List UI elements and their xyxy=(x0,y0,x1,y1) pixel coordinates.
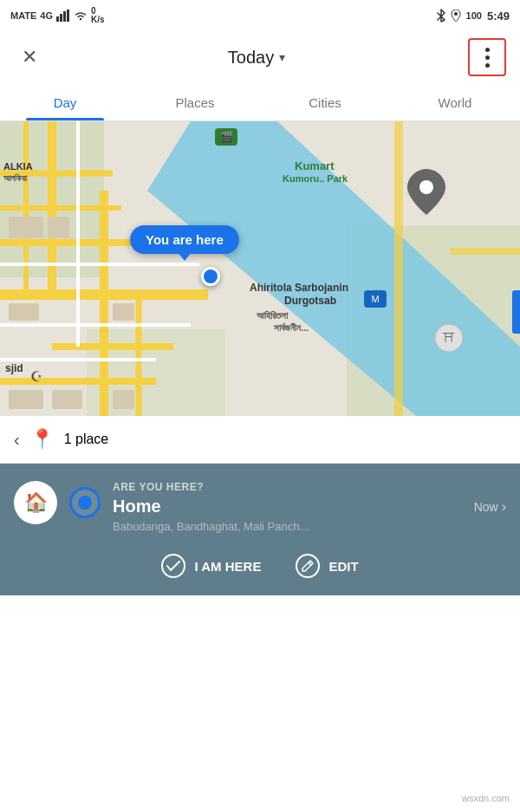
edit-label: EDIT xyxy=(328,559,358,574)
tab-places-label: Places xyxy=(175,95,214,110)
home-title: Home xyxy=(113,497,161,516)
back-button[interactable]: ‹ xyxy=(14,430,20,450)
i-am-here-label: I AM HERE xyxy=(194,559,261,574)
map-svg: 🎬 M ⛩ ☪ xyxy=(0,121,520,416)
home-icon: 🏠 xyxy=(24,491,48,514)
map-view[interactable]: 🎬 M ⛩ ☪ ALKIA আলকিয়া Kumart Kumoru.. Pa… xyxy=(0,121,520,416)
tab-day[interactable]: Day xyxy=(0,83,130,120)
i-am-here-icon xyxy=(161,554,185,578)
svg-rect-0 xyxy=(56,16,59,22)
title-area[interactable]: Today ▾ xyxy=(228,48,285,68)
map-label-sarbojanin-bn: সার্বজনীন... xyxy=(274,322,309,334)
tab-bar: Day Places Cities World xyxy=(0,83,520,121)
signal-bars-icon xyxy=(56,10,70,22)
svg-text:☪: ☪ xyxy=(30,369,42,384)
location-indicator xyxy=(69,487,101,518)
close-button[interactable]: ✕ xyxy=(14,42,45,73)
top-bar: ✕ Today ▾ xyxy=(0,31,520,83)
status-right: 100 5:49 xyxy=(437,9,510,23)
svg-text:🎬: 🎬 xyxy=(220,130,233,143)
user-location-dot xyxy=(201,267,220,286)
map-label-durgotsab: Durgotsab xyxy=(284,295,336,307)
svg-rect-41 xyxy=(512,290,520,334)
data-speed: 0K/s xyxy=(91,7,105,24)
tab-world-label: World xyxy=(439,95,472,110)
card-actions: I AM HERE EDIT xyxy=(14,554,506,578)
svg-rect-31 xyxy=(52,390,82,409)
time-label: 5:49 xyxy=(487,10,510,23)
edit-button[interactable]: EDIT xyxy=(296,554,358,578)
tab-day-label: Day xyxy=(54,95,77,110)
checkmark-icon xyxy=(166,560,180,572)
pencil-icon xyxy=(302,560,314,572)
svg-line-43 xyxy=(309,562,311,565)
bottom-nav: ‹ 📍 1 place xyxy=(0,416,520,464)
map-label-ahiritola-bn: আহিরিতলা xyxy=(257,310,288,322)
svg-rect-28 xyxy=(9,303,39,321)
close-icon: ✕ xyxy=(22,46,37,68)
home-title-row: Home Now › xyxy=(113,497,506,516)
you-are-here-text: You are here xyxy=(146,232,224,247)
map-label-alkia: ALKIA xyxy=(3,161,33,172)
home-icon-circle: 🏠 xyxy=(14,481,57,524)
signal-4g: 4G xyxy=(40,10,53,21)
bluetooth-icon xyxy=(437,9,445,23)
more-dots-icon xyxy=(485,48,490,68)
place-count-text: 1 place xyxy=(64,432,109,447)
address-text: Babudanga, Bandhaghat, Mali Panch... xyxy=(113,520,506,533)
svg-rect-1 xyxy=(60,14,62,22)
title-text: Today xyxy=(228,48,274,68)
svg-text:⛩: ⛩ xyxy=(443,331,455,345)
map-label-ahiritola1: Ahiritola Sarbojanin xyxy=(250,282,348,294)
i-am-here-button[interactable]: I AM HERE xyxy=(161,554,261,578)
map-label-sjid: sjid xyxy=(5,362,23,374)
tab-world[interactable]: World xyxy=(390,83,520,120)
svg-rect-2 xyxy=(63,11,66,22)
svg-point-4 xyxy=(454,12,458,16)
map-label-kumart: Kumart xyxy=(295,159,335,172)
card-info: ARE YOU HERE? Home Now › Babudanga, Band… xyxy=(113,481,506,533)
tab-cities-label: Cities xyxy=(309,95,341,110)
location-circle-inner xyxy=(78,496,92,510)
svg-text:M: M xyxy=(371,294,379,304)
location-icon xyxy=(451,10,461,22)
svg-rect-26 xyxy=(9,217,43,238)
location-card: 🏠 ARE YOU HERE? Home Now › Babudanga, Ba… xyxy=(0,464,520,595)
wifi-icon xyxy=(74,10,88,21)
svg-point-34 xyxy=(419,180,433,194)
are-you-here-label: ARE YOU HERE? xyxy=(113,481,506,493)
tab-places[interactable]: Places xyxy=(130,83,260,120)
now-label: Now › xyxy=(474,499,506,515)
more-button[interactable] xyxy=(468,38,506,76)
svg-rect-3 xyxy=(67,10,69,22)
dropdown-arrow-icon: ▾ xyxy=(279,50,285,64)
card-top: 🏠 ARE YOU HERE? Home Now › Babudanga, Ba… xyxy=(14,481,506,533)
you-are-here-bubble: You are here xyxy=(130,225,239,254)
map-label-alkia-bn: আলকিয়া xyxy=(3,173,27,184)
watermark: wsxdn.com xyxy=(458,791,513,805)
edit-icon xyxy=(296,554,320,578)
tab-cities[interactable]: Cities xyxy=(260,83,390,120)
chevron-right-icon: › xyxy=(502,499,506,515)
time-label: Now xyxy=(474,500,498,514)
place-pin-icon: 📍 xyxy=(30,428,54,451)
battery-label: 100 xyxy=(466,10,482,21)
svg-rect-32 xyxy=(113,390,134,409)
map-label-kumon-park: Kumoru.. Park xyxy=(283,173,348,184)
carrier-label: MATE xyxy=(10,10,36,21)
status-left: MATE 4G 0K/s xyxy=(10,7,105,24)
svg-rect-30 xyxy=(9,390,43,409)
status-bar: MATE 4G 0K/s 100 5:49 xyxy=(0,0,520,31)
svg-rect-27 xyxy=(48,217,69,238)
svg-rect-29 xyxy=(113,303,134,321)
